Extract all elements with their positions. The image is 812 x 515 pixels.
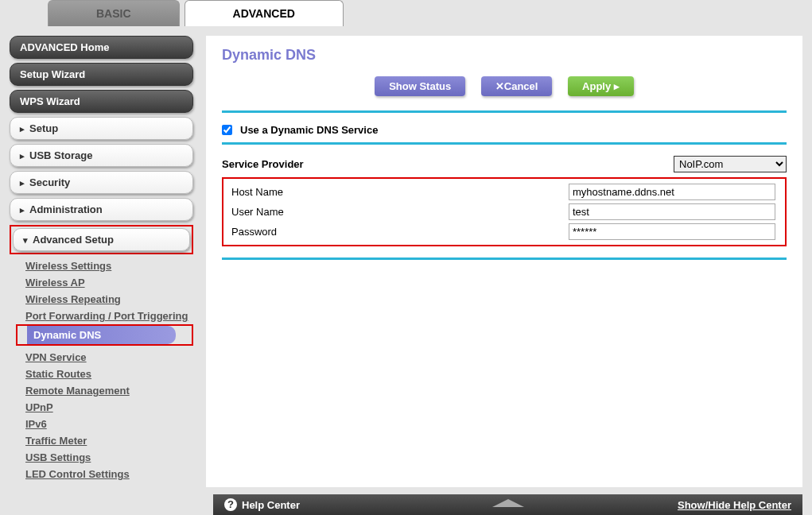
tab-advanced[interactable]: ADVANCED [185,0,344,26]
nav-wps-wizard[interactable]: WPS Wizard [10,90,193,113]
advanced-setup-submenu: Wireless Settings Wireless AP Wireless R… [10,258,193,482]
sidebar: ADVANCED Home Setup Wizard WPS Wizard Se… [0,26,203,487]
submenu-vpn-service[interactable]: VPN Service [25,349,193,366]
pass-input[interactable] [569,223,775,240]
pass-label: Password [227,226,569,238]
use-ddns-checkbox[interactable] [222,125,232,135]
host-label: Host Name [227,186,569,198]
nav-setup-wizard[interactable]: Setup Wizard [10,63,193,86]
submenu-traffic-meter[interactable]: Traffic Meter [25,432,193,449]
separator [222,110,787,113]
submenu-port-forwarding[interactable]: Port Forwarding / Port Triggering [25,308,193,324]
nav-setup[interactable]: Setup [10,117,193,140]
cancel-button[interactable]: ✕Cancel [481,76,553,96]
submenu-ipv6[interactable]: IPv6 [25,416,193,432]
submenu-upnp[interactable]: UPnP [25,399,193,416]
page-title: Dynamic DNS [222,47,787,64]
highlight-advanced-setup: Advanced Setup [10,225,193,254]
question-icon: ? [224,498,237,511]
separator [222,258,787,260]
highlight-input-block: Host Name User Name Password [222,177,787,246]
submenu-static-routes[interactable]: Static Routes [25,366,193,382]
nav-usb-storage[interactable]: USB Storage [10,144,193,167]
help-bar: ? Help Center Show/Hide Help Center [213,494,802,515]
host-input[interactable] [569,184,775,200]
tab-basic[interactable]: BASIC [48,0,180,26]
separator [222,142,787,145]
user-label: User Name [227,206,569,218]
content-panel: Dynamic DNS Show Status ✕Cancel Apply ▸ … [206,36,802,487]
submenu-led-control[interactable]: LED Control Settings [25,466,193,482]
apply-button[interactable]: Apply ▸ [568,76,634,96]
nav-administration[interactable]: Administration [10,198,193,221]
submenu-usb-settings[interactable]: USB Settings [25,449,193,466]
submenu-wireless-repeating[interactable]: Wireless Repeating [25,291,193,308]
submenu-remote-management[interactable]: Remote Management [25,382,193,399]
use-ddns-label: Use a Dynamic DNS Service [240,124,378,136]
help-center-label[interactable]: ? Help Center [224,498,300,511]
submenu-wireless-ap[interactable]: Wireless AP [25,274,193,291]
nav-advanced-home[interactable]: ADVANCED Home [10,36,193,59]
expand-icon[interactable] [492,499,524,507]
show-hide-help[interactable]: Show/Hide Help Center [678,499,791,511]
submenu-dynamic-dns[interactable]: Dynamic DNS [27,326,176,344]
nav-security[interactable]: Security [10,171,193,194]
show-status-button[interactable]: Show Status [375,76,465,96]
provider-select[interactable]: NoIP.com [674,156,787,172]
nav-advanced-setup[interactable]: Advanced Setup [13,228,190,251]
user-input[interactable] [569,203,775,220]
submenu-wireless-settings[interactable]: Wireless Settings [25,258,193,274]
highlight-dynamic-dns: Dynamic DNS [16,324,193,346]
provider-label: Service Provider [222,158,564,170]
